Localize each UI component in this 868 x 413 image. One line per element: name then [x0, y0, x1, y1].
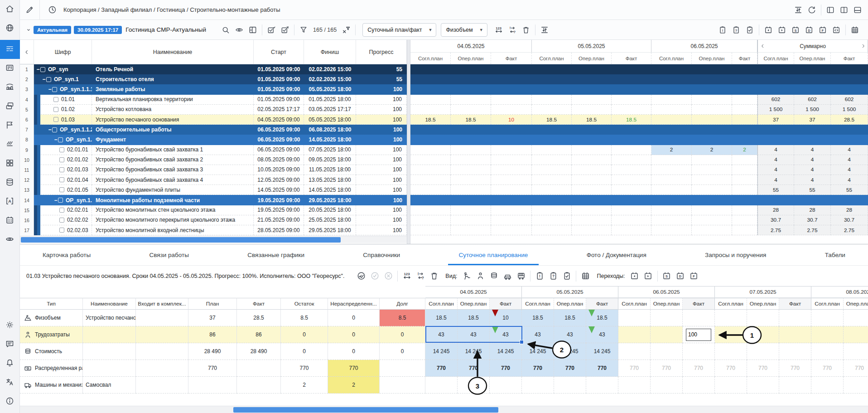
- breadcrumb[interactable]: Корпорация / Западный филиал / Гостиница…: [63, 6, 280, 13]
- sidebar-item-info[interactable]: [0, 392, 20, 411]
- clipboard-alert-icon[interactable]: !: [533, 270, 546, 282]
- gantt-row[interactable]: 30.730.730.7: [410, 215, 868, 225]
- work-row[interactable]: 1002.01.02Устройство буронабивных свай з…: [20, 155, 407, 165]
- detail-day-cell[interactable]: [651, 377, 683, 394]
- clipboard-question-icon[interactable]: ?: [546, 270, 560, 282]
- detail-column-header[interactable]: Факт: [237, 298, 281, 310]
- conflict-icon[interactable]: !?: [414, 270, 427, 282]
- work-row[interactable]: 902.01.01Устройство буронабивных свай за…: [20, 145, 407, 155]
- detail-day-cell[interactable]: 43: [522, 326, 554, 343]
- calendar-grid-icon[interactable]: [579, 270, 592, 282]
- tab-2[interactable]: Связи работы: [145, 244, 193, 265]
- calendar-prev-icon[interactable]: [762, 24, 775, 36]
- sidebar-item-copies[interactable]: [0, 97, 20, 116]
- sidebar-item-home[interactable]: [0, 0, 20, 19]
- hscrollbar-thumb[interactable]: [233, 407, 498, 413]
- work-row[interactable]: 14−OP_syn.1.1.2Монолитные работы подземн…: [20, 195, 407, 205]
- approve-icon[interactable]: [368, 270, 381, 282]
- row-checkbox[interactable]: [52, 127, 57, 132]
- view-mode-dropdown[interactable]: Суточный план/факт▼: [362, 23, 436, 37]
- detail-hscrollbar[interactable]: [20, 406, 868, 413]
- detail-day-cell[interactable]: [490, 377, 522, 394]
- detail-day-cell[interactable]: 43: [458, 326, 490, 343]
- work-row[interactable]: 1702.02.03Устройство монолитной входной …: [20, 225, 407, 235]
- sidebar-item-comment[interactable]: [0, 335, 20, 354]
- row-checkbox[interactable]: [59, 147, 64, 152]
- calendar-d-icon[interactable]: D: [802, 24, 816, 36]
- coins-icon[interactable]: [487, 270, 501, 282]
- column-header-code[interactable]: Шифр: [34, 40, 92, 64]
- work-row[interactable]: 7−OP_syn.1.1.2Общестроительные работы06.…: [20, 125, 407, 135]
- detail-day-cell[interactable]: [811, 310, 844, 326]
- clipboard-check-icon[interactable]: [560, 270, 574, 282]
- detail-day-cell[interactable]: [618, 326, 651, 343]
- detail-day-cell[interactable]: [779, 326, 811, 343]
- detail-day-cell[interactable]: [425, 377, 458, 394]
- detail-day-cell[interactable]: 770: [651, 360, 683, 377]
- detail-day-cell[interactable]: [683, 343, 715, 360]
- sidebar-item-chart[interactable]: [0, 78, 20, 97]
- fill-handle[interactable]: [520, 340, 524, 344]
- row-checkbox[interactable]: [53, 117, 58, 122]
- work-table-hscrollbar[interactable]: [20, 236, 407, 243]
- clipboard-question-icon[interactable]: ?: [729, 24, 743, 36]
- detail-day-cell[interactable]: 770: [586, 360, 618, 377]
- detail-day-cell[interactable]: 770: [811, 360, 844, 377]
- gantt-row[interactable]: 602602602: [410, 95, 868, 105]
- eye-icon[interactable]: [232, 24, 246, 36]
- tree-expander[interactable]: −: [53, 197, 58, 204]
- columns-width-icon[interactable]: 123: [400, 270, 414, 282]
- measure-dropdown[interactable]: Физобъем▼: [441, 23, 487, 37]
- detail-day-cell[interactable]: [844, 310, 868, 326]
- detail-day-cell[interactable]: [844, 326, 868, 343]
- work-row[interactable]: 1202.01.04Устройство буронабивных свай з…: [20, 175, 407, 185]
- work-row[interactable]: 1102.01.03Устройство буронабивных свай з…: [20, 165, 407, 175]
- summary-next-button[interactable]: [858, 42, 868, 51]
- trash-icon[interactable]: [427, 270, 441, 282]
- row-checkbox[interactable]: [59, 167, 64, 172]
- detail-row[interactable]: Распределенная работа7707707707707707707…: [20, 360, 868, 377]
- detail-day-cell[interactable]: [618, 377, 651, 394]
- panel-splitter[interactable]: [407, 40, 410, 244]
- calendar-s-icon[interactable]: S: [660, 270, 674, 282]
- filter-icon[interactable]: [297, 24, 310, 36]
- column-header-start[interactable]: Старт: [254, 40, 304, 64]
- sidebar-item-text-a[interactable]: A: [0, 192, 20, 211]
- detail-day-cell[interactable]: [811, 377, 844, 394]
- sidebar-item-globe[interactable]: [0, 19, 20, 38]
- tab-3[interactable]: Связанные графики: [243, 244, 309, 265]
- detail-day-cell[interactable]: 770: [747, 360, 779, 377]
- gantt-row[interactable]: 282828: [410, 205, 868, 215]
- columns-width-icon[interactable]: 123: [492, 24, 506, 36]
- row-checkbox[interactable]: [40, 67, 45, 72]
- detail-column-header[interactable]: Долг: [380, 298, 425, 310]
- tree-expander[interactable]: −: [48, 126, 52, 133]
- work-row[interactable]: 8−OP_syn.1.1.2Фундамент06.05.2025 09:001…: [20, 135, 407, 145]
- detail-day-cell[interactable]: 770: [554, 360, 586, 377]
- clipboard-alert-icon[interactable]: !: [716, 24, 729, 36]
- work-row[interactable]: 501.02Устройство котлована02.05.2025 17:…: [20, 105, 407, 115]
- work-row[interactable]: 601.03Устройство песчаного основания04.0…: [20, 115, 407, 125]
- person-icon[interactable]: [473, 270, 487, 282]
- gantt-row[interactable]: 555555: [410, 185, 868, 195]
- tree-expander[interactable]: −: [36, 66, 40, 73]
- sidebar-item-dashboard[interactable]: [0, 154, 20, 173]
- detail-day-cell[interactable]: [554, 377, 586, 394]
- approve-all-icon[interactable]: [354, 270, 368, 282]
- gantt-row[interactable]: 444: [410, 155, 868, 165]
- detail-day-cell[interactable]: [811, 326, 844, 343]
- detail-day-cell[interactable]: [651, 343, 683, 360]
- checkbox-check-icon[interactable]: [265, 24, 278, 36]
- clock-icon[interactable]: [45, 4, 59, 16]
- collapse-panel-button[interactable]: [20, 40, 34, 64]
- sidebar-item-hatch[interactable]: [0, 135, 20, 154]
- detail-day-cell[interactable]: [683, 377, 715, 394]
- row-checkbox[interactable]: [53, 107, 58, 112]
- sidebar-item-gantt[interactable]: [0, 40, 20, 59]
- detail-day-cell[interactable]: 770: [779, 360, 811, 377]
- detail-day-cell[interactable]: [715, 343, 747, 360]
- detail-day-cell[interactable]: 770: [490, 360, 522, 377]
- tab-6[interactable]: Фото / Документация: [582, 244, 651, 265]
- detail-day-cell[interactable]: 14 245: [554, 343, 586, 360]
- detail-column-header[interactable]: Нераспределенн...: [328, 298, 380, 310]
